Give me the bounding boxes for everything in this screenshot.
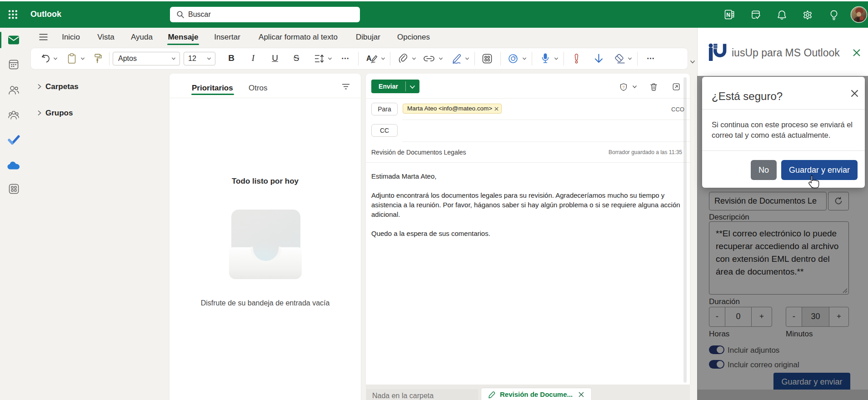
svg-text:N: N — [726, 12, 730, 18]
svg-text:A: A — [366, 55, 372, 62]
svg-text:?: ? — [622, 85, 624, 90]
